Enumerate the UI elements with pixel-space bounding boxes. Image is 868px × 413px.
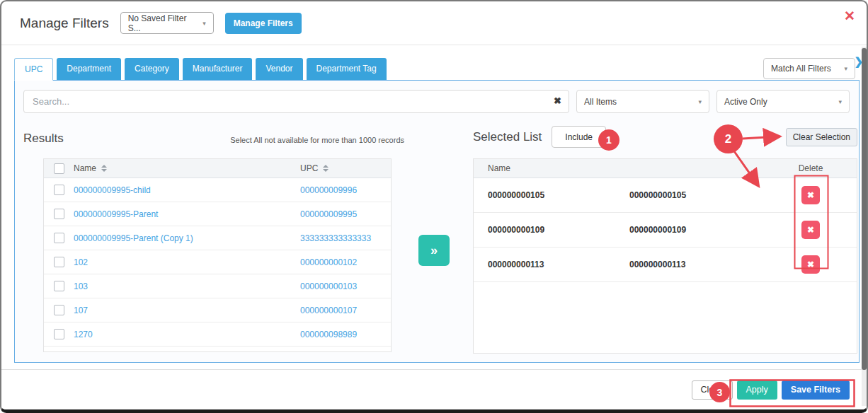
saved-filter-dropdown[interactable]: No Saved Filter S... ▾ — [120, 12, 214, 34]
dialog-title: Manage Filters — [20, 16, 109, 31]
result-upc-link[interactable]: 000000000102 — [300, 257, 357, 267]
selected-row: 000000000113000000000113✖ — [474, 248, 857, 282]
result-name-cell: 1270 — [74, 330, 300, 339]
row-checkbox[interactable] — [54, 305, 64, 315]
scrollbar-thumb[interactable] — [862, 48, 867, 370]
result-name-link[interactable]: 000000009995-Parent (Copy 1) — [74, 233, 193, 243]
save-filters-button[interactable]: Save Filters — [782, 380, 850, 400]
results-table-header: Name UPC — [44, 159, 391, 178]
selected-delete-header: Delete — [765, 163, 857, 173]
delete-row-button[interactable]: ✖ — [801, 186, 820, 204]
result-upc-link[interactable]: 000000009996 — [300, 185, 357, 195]
row-checkbox-cell — [44, 257, 74, 267]
result-name-link[interactable]: 102 — [74, 257, 88, 267]
manage-filters-dialog: Manage Filters No Saved Filter S... ▾ Ma… — [0, 0, 868, 413]
row-checkbox[interactable] — [54, 185, 64, 195]
result-upc-link[interactable]: 000000000107 — [300, 306, 357, 315]
items-filter-dropdown[interactable]: All Items ▾ — [576, 90, 709, 113]
result-name-cell: 000000009995-Parent (Copy 1) — [74, 233, 300, 243]
apply-button[interactable]: Apply — [737, 380, 777, 400]
search-input[interactable] — [23, 90, 569, 113]
row-checkbox[interactable] — [54, 281, 64, 291]
result-upc-link[interactable]: 000000000103 — [300, 281, 357, 291]
saved-filter-dropdown-value: No Saved Filter S... — [128, 13, 197, 33]
sort-icon — [101, 165, 107, 172]
annotation-step-3: 3 — [709, 382, 730, 402]
result-name-link[interactable]: 000000009995-child — [74, 185, 151, 195]
selected-delete-cell: ✖ — [765, 221, 857, 239]
result-upc-link[interactable]: 000000009995 — [300, 209, 357, 219]
results-header: Results Select All not available for mor… — [23, 132, 404, 146]
selected-list-title: Selected List — [473, 130, 542, 144]
close-icon[interactable]: ✕ — [844, 9, 855, 23]
dialog-footer: Close Apply Save Filters — [1, 369, 867, 409]
manage-filters-button[interactable]: Manage Filters — [225, 13, 302, 34]
search-row: ✖ All Items ▾ Active Only ▾ — [23, 90, 850, 113]
row-checkbox[interactable] — [54, 233, 64, 243]
result-upc-cell: 000000000103 — [300, 281, 391, 291]
filter-panel: ✖ All Items ▾ Active Only ▾ Results Sele… — [14, 80, 860, 363]
tab-manufacturer[interactable]: Manufacturer — [183, 58, 253, 80]
table-row: 1270000000098989 — [44, 322, 391, 347]
result-name-link[interactable]: 000000009995-Parent — [74, 209, 158, 219]
row-checkbox-cell — [44, 329, 74, 339]
selected-upc: 000000000113 — [629, 260, 765, 269]
result-name-link[interactable]: 107 — [74, 306, 88, 315]
tab-department-tag[interactable]: Department Tag — [307, 58, 387, 80]
tab-bar: UPCDepartmentCategoryManufacturerVendorD… — [14, 58, 763, 80]
result-upc-link[interactable]: 000000098989 — [300, 330, 357, 339]
match-filters-dropdown-value: Match All Filters — [771, 64, 831, 74]
chevron-down-icon: ▾ — [838, 98, 842, 105]
move-selected-button[interactable]: » — [418, 235, 450, 266]
results-upc-header[interactable]: UPC — [300, 163, 391, 173]
annotation-step-1: 1 — [598, 129, 619, 151]
results-table: Name UPC 000000009995-child0000000099960… — [43, 158, 392, 352]
row-checkbox[interactable] — [54, 257, 64, 267]
status-filter-dropdown[interactable]: Active Only ▾ — [716, 90, 850, 113]
select-all-checkbox[interactable] — [54, 163, 64, 174]
selected-table-header: Name Delete — [474, 159, 857, 178]
selected-table: Name Delete 000000000105000000000105✖000… — [473, 158, 857, 354]
result-name-cell: 103 — [74, 281, 300, 291]
search-wrap: ✖ — [23, 90, 569, 113]
tab-vendor[interactable]: Vendor — [256, 58, 302, 80]
dialog-header: Manage Filters No Saved Filter S... ▾ Ma… — [1, 1, 867, 45]
row-checkbox-cell — [44, 281, 74, 291]
result-name-link[interactable]: 1270 — [74, 330, 93, 339]
result-upc-cell: 000000000107 — [300, 306, 391, 315]
selected-name: 000000000109 — [474, 225, 629, 235]
result-name-link[interactable]: 103 — [74, 281, 88, 291]
result-upc-link[interactable]: 333333333333333 — [300, 233, 371, 243]
delete-row-button[interactable]: ✖ — [801, 221, 820, 239]
selected-upc: 000000000109 — [629, 225, 765, 235]
clear-search-icon[interactable]: ✖ — [554, 95, 561, 106]
result-name-cell: 107 — [74, 306, 300, 315]
result-upc-cell: 000000000102 — [300, 257, 391, 267]
table-row: 000000009995-Parent000000009995 — [44, 202, 391, 226]
tab-upc[interactable]: UPC — [14, 58, 53, 81]
items-filter-value: All Items — [584, 97, 617, 107]
result-name-cell: 102 — [74, 257, 300, 267]
results-table-body: 000000009995-child0000000099960000000099… — [44, 178, 391, 347]
row-checkbox-cell — [44, 209, 74, 219]
delete-row-button[interactable]: ✖ — [801, 255, 820, 274]
dialog-scrollbar[interactable] — [862, 47, 867, 406]
annotation-step-2: 2 — [714, 124, 743, 153]
tab-category[interactable]: Category — [125, 58, 179, 80]
partial-row — [44, 347, 391, 351]
results-name-header[interactable]: Name — [74, 163, 300, 173]
selected-upc: 000000000105 — [629, 190, 765, 200]
clear-selection-button[interactable]: Clear Selection — [786, 128, 857, 146]
row-checkbox[interactable] — [54, 209, 64, 219]
match-filters-dropdown[interactable]: Match All Filters ▾ — [763, 58, 855, 79]
chevron-down-icon: ▾ — [844, 65, 847, 72]
selected-table-body: 000000000105000000000105✖000000000109000… — [474, 178, 857, 282]
row-checkbox-cell — [44, 305, 74, 315]
result-name-cell: 000000009995-child — [74, 185, 300, 195]
selected-delete-cell: ✖ — [765, 186, 857, 204]
selected-header: Selected List Include Clear Selection — [473, 126, 857, 148]
row-checkbox-cell — [44, 185, 74, 195]
tab-department[interactable]: Department — [57, 58, 121, 80]
result-upc-cell: 000000098989 — [300, 330, 391, 339]
row-checkbox[interactable] — [54, 329, 64, 339]
